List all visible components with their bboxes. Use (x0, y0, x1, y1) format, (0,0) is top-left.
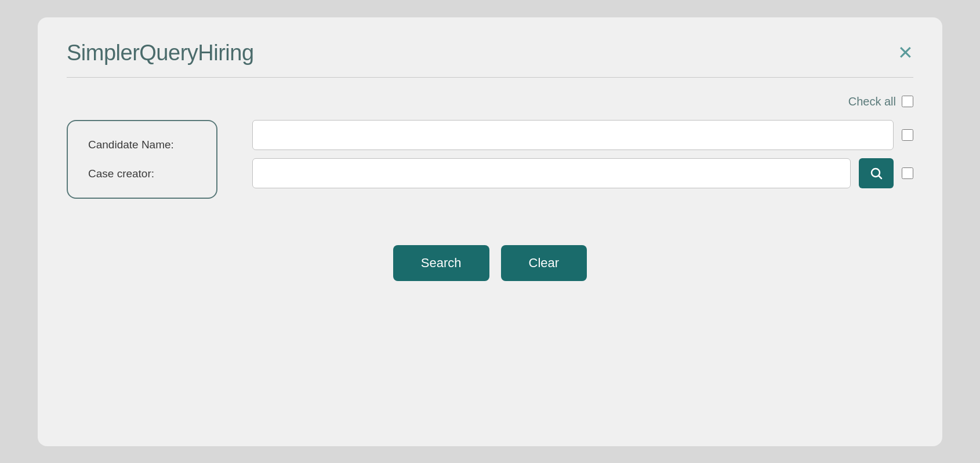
inputs-area (252, 120, 913, 188)
check-all-checkbox[interactable] (902, 96, 913, 107)
candidate-name-row (252, 120, 913, 150)
search-button[interactable]: Search (393, 245, 489, 281)
modal-title: SimplerQueryHiring (67, 41, 254, 65)
candidate-name-label: Candidate Name: (88, 138, 196, 151)
action-buttons: Search Clear (67, 245, 913, 281)
svg-line-1 (879, 176, 882, 178)
fields-card: Candidate Name: Case creator: (67, 120, 217, 199)
header-divider (67, 77, 913, 78)
case-creator-label: Case creator: (88, 167, 196, 180)
modal-header: SimplerQueryHiring ✕ (67, 41, 913, 65)
modal-container: SimplerQueryHiring ✕ Check all Candidate… (38, 17, 942, 446)
case-creator-row (252, 158, 913, 188)
search-icon (869, 166, 883, 180)
candidate-name-input[interactable] (252, 120, 894, 150)
close-button[interactable]: ✕ (898, 43, 913, 62)
content-area: Candidate Name: Case creator: (67, 120, 913, 199)
case-creator-checkbox[interactable] (902, 167, 913, 179)
check-all-row: Check all (67, 95, 913, 108)
search-icon-button[interactable] (859, 158, 894, 188)
case-creator-input[interactable] (252, 158, 851, 188)
candidate-name-checkbox[interactable] (902, 129, 913, 141)
check-all-label: Check all (848, 95, 896, 108)
clear-button[interactable]: Clear (501, 245, 587, 281)
